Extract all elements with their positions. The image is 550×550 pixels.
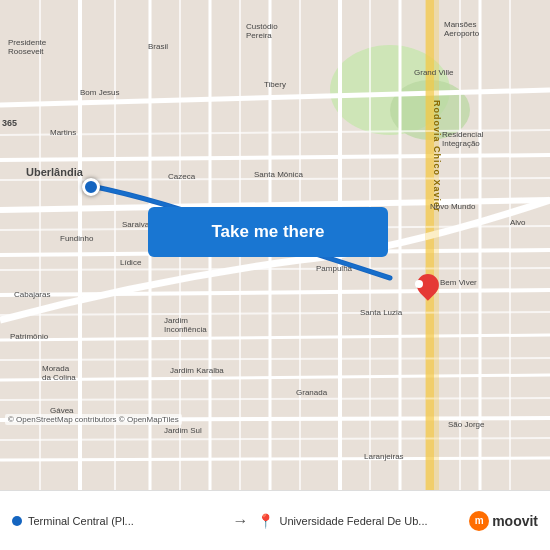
label-rodovia-chico-xavier: Rodovia Chico Xavier xyxy=(432,100,442,213)
destination-marker xyxy=(408,272,430,300)
take-me-there-button[interactable]: Take me there xyxy=(148,207,388,257)
bottom-bar: Terminal Central (Pl... → 📍 Universidade… xyxy=(0,490,550,550)
to-section: 📍 Universidade Federal De Ub... xyxy=(257,513,470,529)
from-label: Terminal Central (Pl... xyxy=(28,515,134,527)
svg-rect-36 xyxy=(425,0,439,490)
to-label: Universidade Federal De Ub... xyxy=(280,515,428,527)
from-section: Terminal Central (Pl... xyxy=(12,515,225,527)
moovit-logo-text: moovit xyxy=(492,513,538,529)
map-container: PresidenteRoosevelt Brasil CustódioPerei… xyxy=(0,0,550,490)
arrow-icon: → xyxy=(233,512,249,530)
from-dot-icon xyxy=(12,516,22,526)
moovit-logo: m moovit xyxy=(469,511,538,531)
osm-attribution: © OpenStreetMap contributors © OpenMapTi… xyxy=(5,414,182,425)
moovit-logo-circle: m xyxy=(469,511,489,531)
svg-line-11 xyxy=(0,458,550,460)
origin-marker xyxy=(82,178,100,196)
to-pin-icon: 📍 xyxy=(257,513,274,529)
